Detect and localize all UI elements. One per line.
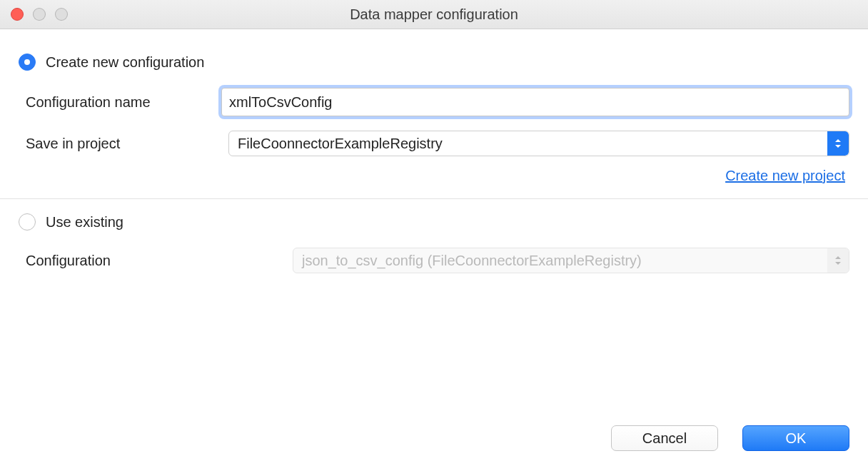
create-new-project-link[interactable]: Create new project <box>725 168 845 184</box>
save-in-project-combo[interactable]: FileCoonnectorExampleRegistry <box>228 131 849 156</box>
config-name-input-wrap[interactable] <box>221 88 849 116</box>
window-controls <box>11 8 68 21</box>
existing-config-value: json_to_csv_config (FileCoonnectorExampl… <box>293 253 827 269</box>
close-window-icon[interactable] <box>11 8 24 21</box>
config-name-label: Configuration name <box>26 94 221 111</box>
save-in-project-row: Save in project FileCoonnectorExampleReg… <box>26 131 849 156</box>
cancel-button[interactable]: Cancel <box>611 425 718 451</box>
use-existing-radio-row[interactable]: Use existing <box>19 213 849 230</box>
window-title: Data mapper configuration <box>0 6 868 23</box>
zoom-window-icon[interactable] <box>55 8 68 21</box>
config-name-input[interactable] <box>229 94 842 111</box>
button-bar: Cancel OK <box>611 425 849 451</box>
existing-config-row: Configuration json_to_csv_config (FileCo… <box>26 248 849 273</box>
config-name-row: Configuration name <box>26 88 849 116</box>
create-new-radio[interactable] <box>19 54 36 71</box>
use-existing-block: Configuration json_to_csv_config (FileCo… <box>19 248 849 273</box>
ok-button[interactable]: OK <box>742 425 849 451</box>
save-in-project-label: Save in project <box>26 136 221 152</box>
create-new-block: Configuration name Save in project FileC… <box>19 88 849 184</box>
existing-config-label: Configuration <box>26 253 286 269</box>
existing-config-combo: json_to_csv_config (FileCoonnectorExampl… <box>293 248 849 273</box>
use-existing-radio[interactable] <box>19 213 36 230</box>
create-new-radio-label: Create new configuration <box>46 54 204 71</box>
use-existing-radio-label: Use existing <box>46 214 123 230</box>
save-in-project-value: FileCoonnectorExampleRegistry <box>229 136 827 152</box>
section-divider <box>0 198 868 199</box>
titlebar: Data mapper configuration <box>0 0 868 29</box>
create-new-radio-row[interactable]: Create new configuration <box>19 54 849 71</box>
minimize-window-icon[interactable] <box>33 8 46 21</box>
dialog-content: Create new configuration Configuration n… <box>0 29 868 300</box>
combo-arrow-icon[interactable] <box>827 131 849 156</box>
combo-arrow-disabled-icon <box>827 248 849 273</box>
create-new-project-row: Create new project <box>26 168 849 184</box>
